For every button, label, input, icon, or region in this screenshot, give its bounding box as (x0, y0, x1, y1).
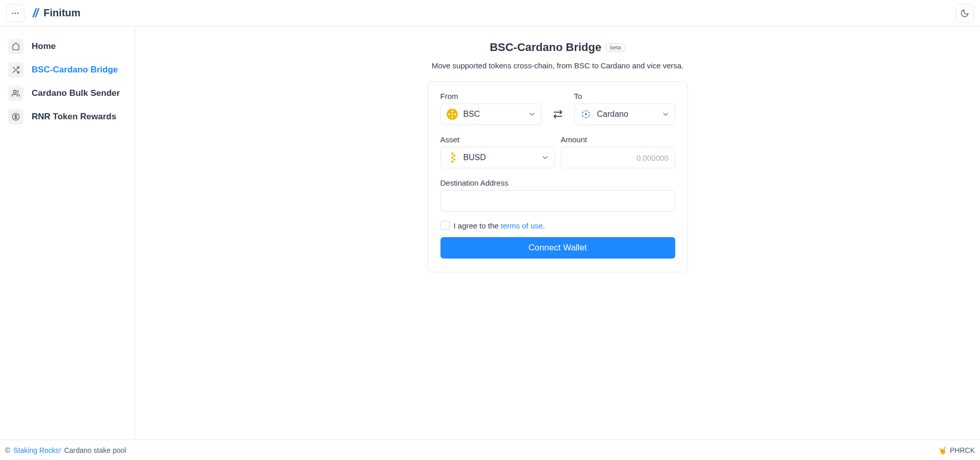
svg-line-5 (13, 67, 15, 69)
chevron-down-icon (528, 110, 536, 118)
from-field: From BSC (440, 92, 542, 125)
pool-ticker[interactable]: 🤘 PHRCK (938, 446, 975, 454)
cardano-icon (580, 108, 592, 120)
svg-point-17 (585, 113, 587, 115)
app-title: Finitum (43, 7, 80, 19)
from-label: From (440, 92, 542, 100)
svg-point-29 (589, 114, 590, 115)
svg-rect-33 (453, 154, 456, 157)
chevron-down-icon (662, 110, 670, 118)
asset-select[interactable]: BUSD (440, 147, 555, 168)
page-subtitle: Move supported tokens cross-chain, from … (432, 61, 684, 70)
swap-direction-button[interactable] (549, 104, 567, 125)
amount-label: Amount (561, 135, 675, 144)
shuffle-icon (8, 62, 23, 78)
main-content: BSC-Cardano Bridge beta Move supported t… (135, 27, 980, 440)
menu-button[interactable] (6, 4, 24, 22)
svg-point-23 (589, 115, 590, 116)
swap-icon (553, 109, 563, 119)
svg-point-26 (583, 117, 584, 118)
sidebar-item-label: RNR Token Rewards (32, 112, 116, 122)
svg-rect-32 (451, 160, 454, 163)
bridge-card: From BSC (428, 81, 688, 272)
to-select[interactable]: Cardano (574, 104, 675, 125)
destination-field: Destination Address (440, 178, 675, 212)
rock-emoji-icon: 🤘 (938, 446, 947, 454)
page-title-row: BSC-Cardano Bridge beta (489, 41, 625, 54)
sidebar-item-label: Home (32, 41, 56, 52)
chevron-down-icon (541, 154, 549, 162)
theme-toggle-button[interactable] (955, 4, 974, 22)
svg-point-24 (583, 111, 584, 112)
page-title: BSC-Cardano Bridge (489, 41, 601, 54)
sidebar-item-rnr[interactable]: RNR Token Rewards (6, 107, 129, 126)
svg-point-27 (587, 117, 588, 118)
connect-wallet-button[interactable]: Connect Wallet (440, 237, 675, 259)
terms-of-use-link[interactable]: terms of use (501, 221, 543, 230)
to-label: To (574, 92, 675, 100)
amount-input[interactable] (561, 147, 675, 168)
beta-badge: beta (605, 43, 625, 52)
svg-point-2 (17, 12, 19, 14)
dots-icon (11, 9, 19, 17)
from-select[interactable]: BSC (440, 104, 542, 125)
svg-point-0 (12, 12, 14, 14)
to-value: Cardano (597, 110, 656, 119)
svg-rect-31 (451, 156, 454, 159)
svg-rect-30 (451, 152, 454, 155)
app-header: // Finitum (0, 0, 980, 27)
logo-group[interactable]: // Finitum (33, 6, 81, 20)
sidebar: Home BSC-Cardano Bridge Cardano Bulk Sen… (0, 27, 135, 440)
svg-point-1 (15, 12, 16, 14)
sidebar-item-bulk-sender[interactable]: Cardano Bulk Sender (6, 84, 129, 103)
asset-value: BUSD (463, 153, 536, 162)
agree-text: I agree to the terms of use. (454, 221, 545, 230)
bsc-icon (446, 108, 458, 120)
svg-point-20 (582, 112, 583, 113)
sidebar-item-bridge[interactable]: BSC-Cardano Bridge (6, 60, 129, 80)
asset-field: Asset BUSD (440, 135, 555, 168)
svg-rect-34 (453, 158, 456, 161)
footer: © Staking Rocks! Cardano stake pool 🤘 PH… (0, 440, 980, 460)
staking-rocks-link[interactable]: Staking Rocks! (13, 446, 61, 454)
copyright-symbol: © (5, 446, 10, 454)
footer-suffix: Cardano stake pool (64, 446, 126, 454)
svg-point-22 (582, 115, 583, 116)
dollar-icon (8, 109, 23, 124)
busd-icon (446, 151, 458, 164)
svg-point-19 (585, 117, 586, 118)
svg-point-18 (585, 110, 586, 111)
logo-icon: // (33, 6, 37, 20)
sidebar-item-label: BSC-Cardano Bridge (32, 65, 118, 75)
home-icon (8, 39, 23, 54)
svg-point-28 (581, 114, 582, 115)
from-value: BSC (463, 110, 523, 119)
svg-point-6 (13, 90, 16, 93)
pool-label: PHRCK (950, 446, 975, 454)
destination-input[interactable] (440, 190, 675, 212)
asset-label: Asset (440, 135, 555, 144)
svg-point-21 (589, 112, 590, 113)
sidebar-item-label: Cardano Bulk Sender (32, 88, 120, 98)
destination-label: Destination Address (440, 178, 675, 187)
agree-checkbox[interactable] (440, 221, 450, 230)
users-icon (8, 86, 23, 101)
moon-icon (960, 9, 969, 18)
svg-point-25 (587, 111, 588, 112)
to-field: To Cardano (574, 92, 675, 125)
amount-field: Amount (561, 135, 675, 168)
sidebar-item-home[interactable]: Home (6, 37, 129, 56)
agree-row: I agree to the terms of use. (440, 221, 675, 230)
